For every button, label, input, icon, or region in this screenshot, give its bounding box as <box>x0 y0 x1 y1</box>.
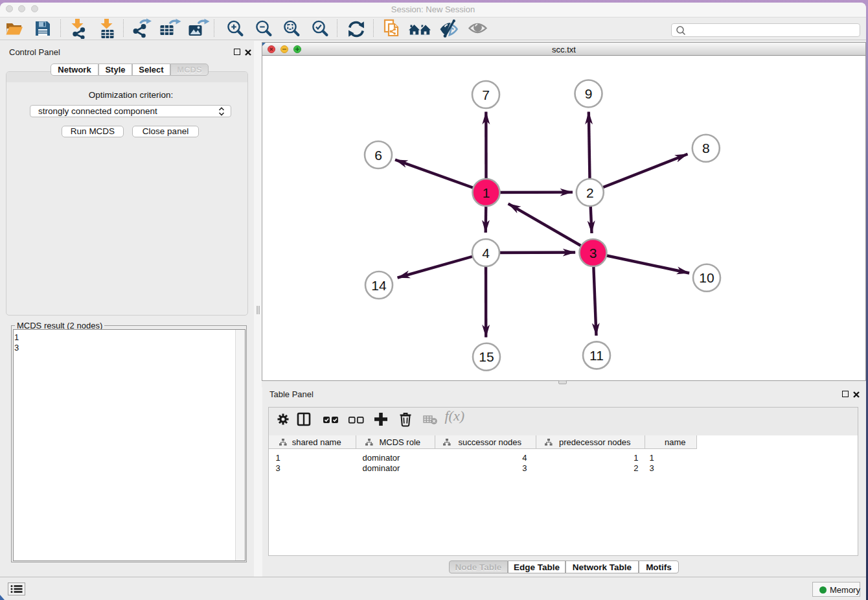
svg-text:3: 3 <box>589 246 597 260</box>
svg-text:4: 4 <box>482 246 490 260</box>
svg-text:8: 8 <box>702 141 710 156</box>
svg-text:10: 10 <box>699 270 714 285</box>
svg-text:11: 11 <box>589 348 604 363</box>
svg-text:15: 15 <box>479 349 494 364</box>
svg-text:2: 2 <box>586 185 594 200</box>
svg-text:14: 14 <box>371 278 387 293</box>
svg-text:7: 7 <box>482 87 490 102</box>
svg-text:9: 9 <box>585 86 593 101</box>
svg-text:6: 6 <box>374 148 382 163</box>
svg-text:1: 1 <box>483 185 490 200</box>
